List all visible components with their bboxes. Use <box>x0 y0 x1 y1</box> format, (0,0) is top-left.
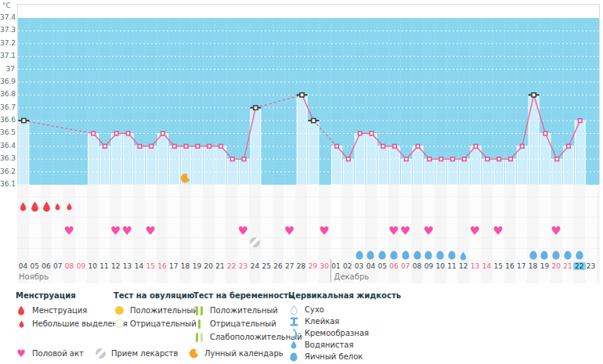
temperature-point[interactable] <box>393 145 397 149</box>
temperature-point[interactable] <box>173 145 177 149</box>
cervical-fluid-icon <box>366 250 374 260</box>
legend-item: Менструация <box>16 304 128 317</box>
temperature-bar <box>552 159 562 185</box>
medication-icon <box>250 237 260 247</box>
cervical-fluid-icon <box>460 251 467 261</box>
legend-item-label: Кремообразная <box>305 329 369 337</box>
cervical-fluid-icon <box>448 250 456 260</box>
temperature-point-uncertain[interactable] <box>532 93 536 97</box>
legend-item-label: Лунный календарь <box>204 349 283 358</box>
temperature-point[interactable] <box>509 157 513 161</box>
temperature-point[interactable] <box>381 145 385 149</box>
temperature-point[interactable] <box>428 157 431 161</box>
menstruation-icon <box>67 203 72 211</box>
drop-outline-blue-icon <box>288 305 299 315</box>
temperature-point[interactable] <box>486 157 489 161</box>
plot-area <box>17 4 600 184</box>
legend-item-label: Яичный белок <box>305 352 363 361</box>
month-label: Ноябрь <box>19 272 49 282</box>
temperature-bar <box>216 146 226 185</box>
temperature-bar <box>227 159 237 185</box>
sticky-blue-icon <box>288 317 299 326</box>
legend-item: Положительный <box>114 304 198 317</box>
temperature-point[interactable] <box>335 145 339 149</box>
temperature-point[interactable] <box>196 145 200 149</box>
cervical-fluid-icon <box>378 250 386 260</box>
temperature-point[interactable] <box>161 132 165 135</box>
temperature-point[interactable] <box>242 157 246 161</box>
legend-item-label: Клейкая <box>305 317 339 326</box>
temperature-point[interactable] <box>150 145 153 149</box>
temperature-point[interactable] <box>579 119 583 123</box>
temperature-point[interactable] <box>370 132 374 135</box>
intercourse-icon: ♥ <box>284 223 294 238</box>
temperature-bar <box>471 146 481 185</box>
y-axis-tick-label: 36.6 <box>0 116 15 124</box>
temperature-point[interactable] <box>126 132 130 135</box>
temperature-point[interactable] <box>231 157 235 161</box>
temperature-bar <box>135 146 145 185</box>
legend-item: Положительный <box>193 304 302 317</box>
legend-item: Лунный календарь <box>188 348 283 359</box>
intercourse-icon: ♥ <box>551 223 561 238</box>
temperature-line-segment <box>255 95 302 107</box>
temperature-point[interactable] <box>184 145 188 149</box>
temperature-point[interactable] <box>138 145 142 149</box>
temperature-bar <box>100 146 110 185</box>
temperature-point[interactable] <box>474 145 478 149</box>
temperature-point[interactable] <box>521 145 525 149</box>
temperature-point[interactable] <box>451 157 455 161</box>
intercourse-icon: ♥ <box>64 223 74 238</box>
temperature-bar <box>239 159 249 185</box>
temperature-point[interactable] <box>219 145 223 149</box>
temperature-point-uncertain[interactable] <box>22 118 26 122</box>
temperature-line-segment <box>23 121 93 133</box>
cervical-fluid-icon <box>564 250 572 260</box>
temperature-point[interactable] <box>497 157 501 161</box>
cervical-fluid-icon <box>436 250 444 260</box>
legend-item-label: Половой акт <box>32 349 84 358</box>
legend-group-title: Менструация <box>16 291 128 301</box>
temperature-bar <box>297 95 307 185</box>
y-axis-tick-label: 36.5 <box>0 128 15 136</box>
y-axis-tick-label: 37.4 <box>0 13 15 21</box>
date-cell[interactable]: 23 <box>584 261 598 271</box>
temperature-point-uncertain[interactable] <box>254 106 258 110</box>
legend-group: Тест на овуляциюПоложительныйОтрицательн… <box>114 291 198 330</box>
y-axis-tick-label: 37.1 <box>0 52 15 59</box>
temperature-point[interactable] <box>347 157 351 161</box>
temperature-bar <box>19 121 29 185</box>
temperature-point[interactable] <box>358 132 362 135</box>
temperature-point-uncertain[interactable] <box>312 118 316 122</box>
temperature-point[interactable] <box>555 157 559 161</box>
menstruation-icon <box>31 201 39 212</box>
cervical-fluid-icon <box>424 250 432 260</box>
temperature-point[interactable] <box>543 132 547 135</box>
temperature-point-uncertain[interactable] <box>300 93 304 97</box>
month-label: Декабрь <box>334 272 370 282</box>
temperature-point[interactable] <box>92 132 96 135</box>
intercourse-icon: ♥ <box>122 223 132 238</box>
legend-group: МенструацияМенструацияНебольшие выделени… <box>16 291 128 330</box>
legend-item-label: Отрицательный <box>210 319 276 328</box>
row-separator <box>17 196 600 197</box>
temperature-bar <box>204 146 215 185</box>
temperature-bar <box>332 146 342 185</box>
y-axis-tick-label: 37 <box>0 65 15 73</box>
temperature-point[interactable] <box>103 145 107 149</box>
temperature-point[interactable] <box>405 157 409 161</box>
y-axis-tick-label: 36.4 <box>0 142 15 150</box>
y-axis-tick-label: 37.2 <box>0 39 15 47</box>
temperature-bar <box>482 159 493 185</box>
temperature-point[interactable] <box>115 132 119 135</box>
temperature-point[interactable] <box>567 145 571 149</box>
cervical-fluid-icon <box>540 250 548 260</box>
temperature-point[interactable] <box>416 145 420 149</box>
temperature-point[interactable] <box>439 157 443 161</box>
temperature-point[interactable] <box>208 145 211 149</box>
temperature-bar <box>146 146 157 185</box>
circle-filled-yellow-icon <box>114 306 125 315</box>
intercourse-icon: ♥ <box>145 223 155 238</box>
pill-gray-icon <box>95 348 106 359</box>
temperature-point[interactable] <box>463 157 467 161</box>
